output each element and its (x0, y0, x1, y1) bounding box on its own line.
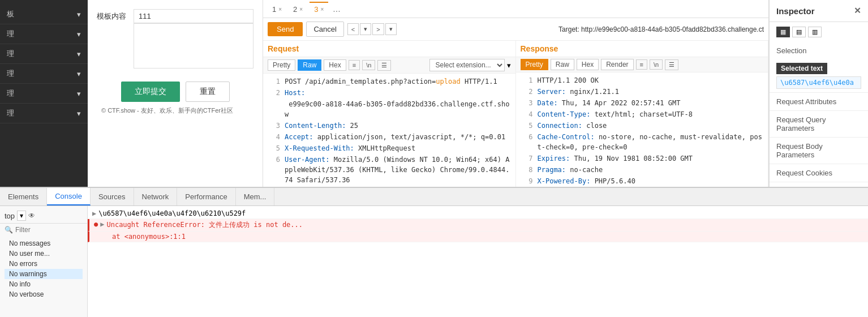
response-code: 1 HTTP/1.1 200 OK 2 Server: nginx/1.21.1… (516, 72, 768, 187)
console-text-3: at <anonymous>:1:1 (112, 233, 863, 241)
req-line-1: 1 POST /api/admin_templates.php?action=u… (263, 76, 515, 87)
res-newline-btn[interactable]: \n (650, 59, 663, 70)
inspector-grid-btn[interactable]: ▦ (776, 27, 790, 37)
req-newline-btn[interactable]: \n (362, 60, 375, 70)
filter-row: 🔍 (0, 224, 87, 236)
console-line-3: at <anonymous>:1:1 (88, 232, 868, 242)
http-panel: 1 × 2 × 3 × ... Send Cancel < ▾ > ▾ Tar (263, 0, 769, 187)
request-toolbar: Pretty Raw Hex ≡ \n ☰ Select extension..… (263, 57, 515, 74)
copyright-text: © CTF.show - 友好、欢乐、新手向的CTFer社区 (97, 102, 253, 119)
send-button[interactable]: Send (268, 22, 303, 36)
res-special-btn[interactable]: ≡ (636, 59, 647, 70)
log-no-verbose[interactable]: No verbose (5, 289, 83, 299)
tab-network[interactable]: Network (134, 188, 178, 205)
sidebar-item-6[interactable]: 理 ▾ (0, 104, 88, 123)
inspector-selection-section: Selection Selected text \u6587\u4ef6\u4e… (770, 42, 868, 93)
log-sections: No messages No user me... No errors No w… (0, 236, 87, 302)
sidebar-label-5: 理 (7, 88, 14, 98)
request-body-title[interactable]: Request Body Parameters (770, 138, 868, 164)
sidebar-item-4[interactable]: 理 ▾ (0, 64, 88, 84)
tab-3-close[interactable]: × (320, 6, 324, 12)
res-hex-btn[interactable]: Hex (577, 59, 599, 70)
req-raw-btn[interactable]: Raw (298, 59, 321, 71)
request-attributes-section: Request Attributes (770, 93, 868, 111)
inspector-compact-btn[interactable]: ▥ (808, 27, 822, 37)
log-no-info[interactable]: No info (5, 279, 83, 289)
top-dropdown-btn[interactable]: ▾ (17, 211, 26, 221)
res-raw-btn[interactable]: Raw (551, 59, 574, 70)
left-sidebar: 板 ▾ 理 ▾ 理 ▾ 理 ▾ 理 ▾ 理 ▾ (0, 0, 88, 187)
submit-button[interactable]: 立即提交 (121, 82, 180, 102)
request-title: Request (263, 41, 515, 57)
tab-1-close[interactable]: × (278, 6, 282, 12)
sidebar-arrow-5: ▾ (77, 89, 81, 98)
http-tabs: 1 × 2 × 3 × ... (263, 0, 768, 18)
form-area: 模板内容 立即提交 重置 © CTF.show - 友好、欢乐、新手向的CTFe… (88, 0, 263, 187)
expand-icon-2[interactable]: ▶ (100, 220, 104, 228)
top-label: top (5, 212, 15, 220)
selection-title: Selection (770, 42, 868, 59)
req-menu-btn[interactable]: ☰ (377, 60, 391, 71)
top-selector: top ▾ 👁 (0, 208, 87, 224)
http-tab-dots[interactable]: ... (330, 4, 342, 14)
nav-next-button[interactable]: > (372, 23, 384, 35)
tab-performance[interactable]: Performance (177, 188, 235, 205)
inspector-list-btn[interactable]: ▤ (792, 27, 806, 37)
sidebar-item-5[interactable]: 理 ▾ (0, 84, 88, 104)
request-query-title[interactable]: Request Query Parameters (770, 111, 868, 137)
tab-2-close[interactable]: × (299, 6, 303, 12)
res-render-btn[interactable]: Render (601, 59, 633, 70)
req-res-split: Request Pretty Raw Hex ≡ \n ☰ Select ext… (263, 41, 768, 187)
log-no-user[interactable]: No user me... (5, 249, 83, 259)
template-textarea[interactable] (134, 23, 253, 68)
sidebar-label-1: 板 (7, 9, 14, 19)
req-line-6: 5 X-Requested-With: XMLHttpRequest (263, 143, 515, 154)
http-tab-3[interactable]: 3 × (310, 2, 328, 16)
tab-elements[interactable]: Elements (0, 188, 47, 205)
expand-icon-1[interactable]: ▶ (92, 209, 96, 217)
sidebar-item-3[interactable]: 理 ▾ (0, 44, 88, 64)
tab-sources[interactable]: Sources (91, 188, 134, 205)
req-line-7: 6 User-Agent: Mozilla/5.0 (Windows NT 10… (263, 154, 515, 186)
log-no-errors[interactable]: No errors (5, 259, 83, 269)
http-tab-1[interactable]: 1 × (268, 2, 286, 16)
nav-prev-button[interactable]: < (347, 23, 359, 35)
template-row: 模板内容 (97, 9, 253, 70)
bottom-devtools: Elements Console Sources Network Perform… (0, 187, 868, 317)
request-attributes-title[interactable]: Request Attributes (770, 93, 868, 110)
template-input[interactable] (134, 9, 253, 23)
inspector-header: Inspector ✕ (770, 0, 868, 22)
reset-button[interactable]: 重置 (186, 82, 230, 102)
console-line-1: ▶ \u6587\u4ef6\u4e0a\u4f20\u6210\u529f (88, 208, 868, 219)
tab-memory[interactable]: Mem... (236, 188, 275, 205)
http-tab-2[interactable]: 2 × (289, 2, 307, 16)
req-line-5: 4 Accept: application/json, text/javascr… (263, 131, 515, 143)
request-query-section: Request Query Parameters (770, 111, 868, 138)
tab-2-label: 2 (293, 5, 297, 14)
selected-text-label: Selected text (776, 63, 827, 74)
sidebar-item-1[interactable]: 板 ▾ (0, 5, 88, 24)
res-pretty-btn[interactable]: Pretty (521, 59, 548, 70)
sidebar-arrow-3: ▾ (77, 50, 81, 58)
select-extension[interactable]: Select extension... (429, 59, 505, 71)
select-ext-arrow[interactable]: ▾ (507, 61, 511, 70)
selected-text-value: \u6587\u4ef6\u4e0a (776, 76, 861, 89)
log-no-messages[interactable]: No messages (5, 238, 83, 249)
cancel-button[interactable]: Cancel (306, 22, 343, 37)
req-pretty-btn[interactable]: Pretty (268, 59, 295, 71)
req-line-2: 2 Host: (263, 87, 515, 98)
eye-icon[interactable]: 👁 (28, 212, 35, 220)
tab-console[interactable]: Console (47, 188, 91, 205)
sidebar-arrow-4: ▾ (77, 70, 81, 78)
sidebar-item-2[interactable]: 理 ▾ (0, 24, 88, 44)
res-menu-btn[interactable]: ☰ (665, 59, 678, 70)
devtools-left-panel: top ▾ 👁 🔍 No messages No user me... No e… (0, 206, 88, 317)
nav-prev-dropdown[interactable]: ▾ (360, 23, 371, 35)
nav-next-dropdown[interactable]: ▾ (385, 23, 397, 35)
request-cookies-title[interactable]: Request Cookies (770, 164, 868, 182)
response-panel: Response Pretty Raw Hex Render ≡ \n ☰ 1 … (516, 41, 769, 187)
req-hex-btn[interactable]: Hex (324, 59, 346, 71)
log-no-warnings[interactable]: No warnings (5, 269, 83, 279)
inspector-close-btn[interactable]: ✕ (854, 6, 861, 16)
req-special-btn[interactable]: ≡ (349, 60, 360, 70)
